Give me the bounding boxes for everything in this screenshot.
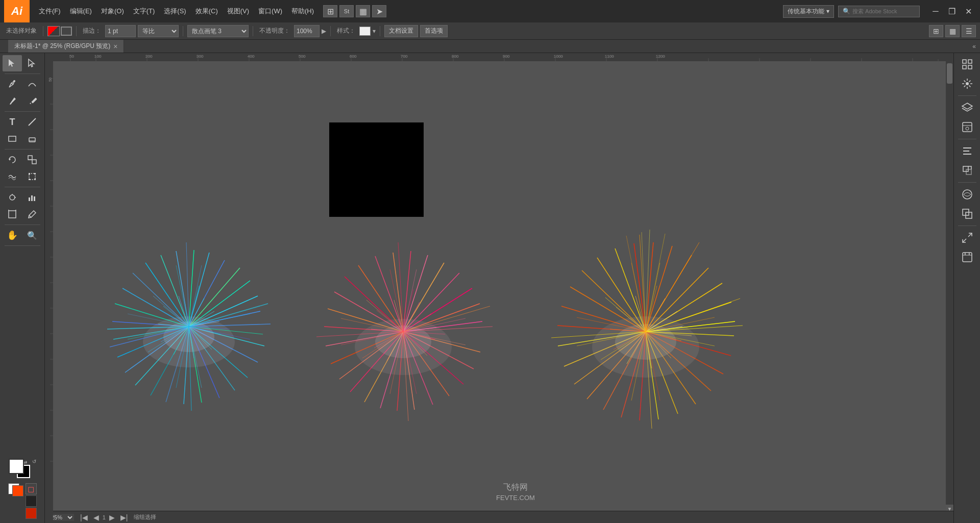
fireworks-canvas: 飞特网 FEVTE.COM bbox=[53, 63, 953, 511]
svg-rect-21 bbox=[34, 196, 35, 201]
document-tab[interactable]: 未标题-1* @ 25% (RGB/GPU 预览) × bbox=[8, 40, 124, 53]
svg-point-0 bbox=[13, 80, 15, 82]
pen-tool[interactable] bbox=[3, 76, 22, 92]
minimize-button[interactable]: ─ bbox=[928, 4, 943, 18]
zoom-tool[interactable]: 🔍 bbox=[22, 227, 42, 243]
appearance-panel-icon[interactable] bbox=[957, 185, 977, 204]
svg-rect-274 bbox=[963, 253, 972, 262]
scroll-thumb-vertical[interactable] bbox=[947, 63, 952, 84]
black-swatch[interactable] bbox=[26, 495, 37, 507]
opacity-input[interactable] bbox=[294, 25, 320, 37]
tool-sep-6 bbox=[5, 245, 40, 246]
menu-type[interactable]: 文字(T) bbox=[129, 5, 159, 18]
symbol-sprayer-tool[interactable] bbox=[3, 189, 22, 206]
align-panel-icon[interactable] bbox=[957, 142, 977, 160]
tool-sep-1 bbox=[5, 73, 40, 74]
pencil-tool[interactable] bbox=[22, 93, 42, 109]
fill-swatch[interactable] bbox=[9, 459, 24, 474]
svg-line-247 bbox=[646, 242, 699, 332]
svg-text:200: 200 bbox=[145, 54, 153, 59]
view-icon[interactable]: ▦ bbox=[356, 5, 370, 17]
rectangle-tool[interactable] bbox=[3, 131, 22, 147]
search-stock[interactable]: 🔍 搜索 Adobe Stock bbox=[838, 6, 920, 17]
none-swatch[interactable]: ◻ bbox=[26, 483, 37, 494]
properties-panel-icon[interactable] bbox=[957, 74, 977, 93]
curvature-tool[interactable] bbox=[22, 76, 42, 92]
place-icon[interactable] bbox=[957, 248, 977, 266]
maximize-button[interactable]: ❐ bbox=[944, 4, 960, 18]
sep2 bbox=[76, 26, 77, 36]
share-icon[interactable]: ➤ bbox=[372, 5, 386, 17]
menu-help[interactable]: 帮助(H) bbox=[287, 5, 318, 18]
svg-rect-13 bbox=[34, 173, 36, 175]
pathfinder-panel-icon[interactable] bbox=[957, 205, 977, 223]
line-tool[interactable] bbox=[22, 114, 42, 130]
transform-panel-icon[interactable] bbox=[957, 161, 977, 180]
scale-tool[interactable] bbox=[22, 152, 42, 168]
brush-select[interactable]: 散点画笔 3 bbox=[187, 25, 249, 37]
direct-selection-tool[interactable] bbox=[22, 55, 42, 71]
svg-rect-20 bbox=[31, 195, 33, 201]
prev-artboard-button[interactable]: ◀ bbox=[91, 513, 101, 521]
reset-colors-icon[interactable]: ↺ bbox=[32, 459, 36, 464]
artboard-rectangle bbox=[329, 122, 424, 217]
stock-icon[interactable]: St bbox=[339, 5, 354, 17]
eraser-tool[interactable] bbox=[22, 131, 42, 147]
first-artboard-button[interactable]: |◀ bbox=[78, 513, 90, 521]
assets-panel-icon[interactable] bbox=[957, 118, 977, 136]
fill-color-swatch[interactable] bbox=[61, 27, 72, 36]
color-indicator[interactable] bbox=[8, 483, 23, 496]
doc-settings-button[interactable]: 文档设置 bbox=[384, 25, 418, 37]
last-artboard-button[interactable]: ▶| bbox=[118, 513, 130, 521]
text-tool[interactable]: T bbox=[3, 114, 22, 130]
panels-collapse-icon[interactable]: « bbox=[972, 43, 976, 50]
svg-line-251 bbox=[646, 230, 650, 332]
workspace-dropdown[interactable]: 传统基本功能 ▾ bbox=[783, 5, 834, 18]
layers-panel-icon[interactable] bbox=[957, 98, 977, 117]
warp-tool[interactable] bbox=[3, 168, 22, 185]
selection-tool[interactable] bbox=[3, 55, 22, 71]
rotate-tool[interactable] bbox=[3, 152, 22, 168]
options-toolbar: 未选择对象 描边： 1 pt 等比 散点画笔 3 不透明度： ▶ 样式： ▾ 文… bbox=[0, 22, 980, 40]
hand-tool[interactable]: ✋ bbox=[3, 227, 22, 243]
tab-close-button[interactable]: × bbox=[113, 42, 117, 51]
graph-tool[interactable] bbox=[22, 189, 42, 206]
svg-rect-5 bbox=[29, 138, 35, 142]
preferences-button[interactable]: 首选项 bbox=[420, 25, 448, 37]
menu-effect[interactable]: 效果(C) bbox=[191, 5, 222, 18]
menu-file[interactable]: 文件(F) bbox=[35, 5, 65, 18]
menu-edit[interactable]: 编辑(E) bbox=[66, 5, 96, 18]
svg-rect-8 bbox=[28, 156, 32, 160]
search-icon: 🔍 bbox=[843, 8, 850, 15]
menu-window[interactable]: 窗口(W) bbox=[254, 5, 286, 18]
menu-icon[interactable]: ☰ bbox=[962, 25, 976, 37]
style-swatch[interactable] bbox=[359, 27, 371, 36]
stroke-color-swatch[interactable] bbox=[47, 26, 60, 36]
menu-object[interactable]: 对象(O) bbox=[97, 5, 128, 18]
free-transform-tool[interactable] bbox=[22, 168, 42, 185]
paintbrush-tool[interactable] bbox=[3, 93, 22, 109]
close-button[interactable]: ✕ bbox=[961, 4, 976, 18]
scrollbar-vertical[interactable]: ▲ ▼ bbox=[946, 53, 953, 513]
stroke-value-input[interactable]: 1 pt bbox=[105, 25, 136, 37]
eyedropper-tool[interactable] bbox=[22, 206, 42, 222]
panels-icon[interactable]: ▦ bbox=[945, 25, 960, 37]
arrange-view-icon[interactable]: ⊞ bbox=[929, 25, 943, 37]
stroke-type-select[interactable]: 等比 bbox=[138, 25, 179, 37]
arrange-icon[interactable]: ⊞ bbox=[323, 5, 337, 17]
svg-point-16 bbox=[10, 195, 15, 200]
expand-icon[interactable] bbox=[957, 229, 977, 247]
next-artboard-button[interactable]: ▶ bbox=[107, 513, 117, 521]
style-arrow[interactable]: ▾ bbox=[373, 28, 376, 35]
svg-line-81 bbox=[189, 253, 209, 327]
status-bar: 25% 50% 100% |◀ ◀ 1 ▶ ▶| 缩组选择 bbox=[45, 511, 953, 523]
artboard-tool[interactable] bbox=[3, 206, 22, 222]
svg-text:1200: 1200 bbox=[656, 54, 665, 59]
firework-left bbox=[107, 242, 271, 411]
opacity-arrow[interactable]: ▶ bbox=[322, 28, 326, 35]
menu-select[interactable]: 选择(S) bbox=[160, 5, 190, 18]
menu-view[interactable]: 视图(V) bbox=[223, 5, 253, 18]
right-sep-3 bbox=[958, 182, 976, 183]
libraries-panel-icon[interactable] bbox=[957, 55, 977, 73]
red-swatch[interactable] bbox=[26, 508, 37, 519]
